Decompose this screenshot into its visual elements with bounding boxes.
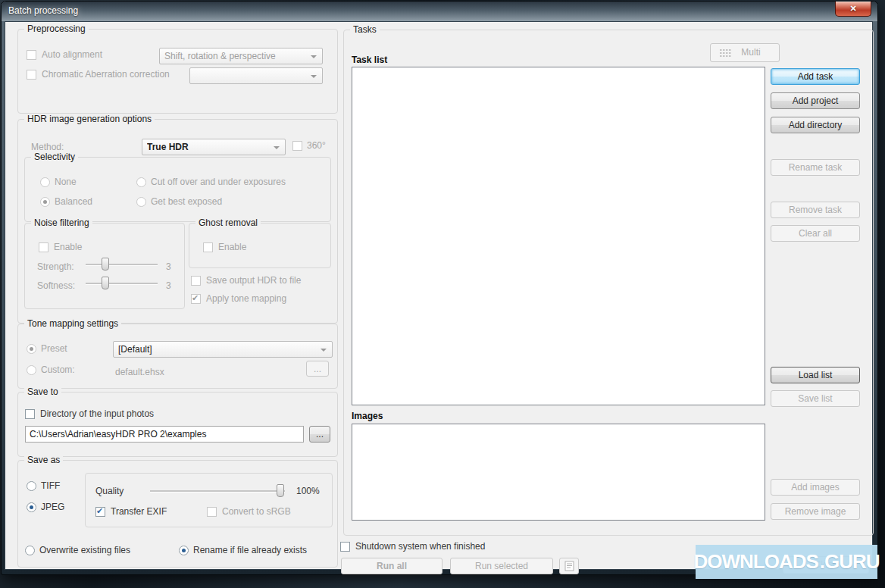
group-title: Selectivity: [31, 152, 78, 162]
selectivity-best-radio[interactable]: [136, 197, 146, 207]
document-icon: [564, 561, 574, 571]
chevron-down-icon: [311, 55, 317, 58]
downloads-guru-watermark: DOWNLOADS .GURU: [696, 545, 877, 579]
custom-label: Custom:: [41, 364, 75, 376]
browse-preset-button[interactable]: ...: [306, 361, 329, 377]
selectivity-cutoff-radio[interactable]: [136, 177, 146, 187]
apply-tone-mapping-checkbox[interactable]: [191, 294, 201, 304]
group-title: Noise filtering: [31, 217, 92, 228]
strength-slider[interactable]: [86, 257, 158, 272]
batch-processing-window: Batch processing ✕ Preprocessing Auto al…: [2, 2, 877, 574]
run-selected-button[interactable]: Run selected: [450, 558, 553, 574]
add-directory-button[interactable]: Add directory: [771, 117, 860, 133]
chromatic-aberration-checkbox[interactable]: [27, 70, 36, 80]
group-title: HDR image generation options: [24, 114, 155, 124]
quality-slider[interactable]: [150, 483, 285, 499]
multi-list-icon: [720, 48, 732, 58]
slider-track: [150, 490, 285, 493]
load-list-button[interactable]: Load list: [771, 367, 860, 383]
preset-radio[interactable]: [27, 344, 36, 354]
clear-all-button[interactable]: Clear all: [771, 225, 860, 242]
save-list-button[interactable]: Save list: [771, 390, 860, 407]
directory-input-photos-checkbox[interactable]: [25, 409, 35, 419]
softness-value: 3: [166, 280, 171, 292]
group-title: Save to: [24, 386, 61, 397]
jpeg-radio[interactable]: [27, 502, 36, 512]
auto-alignment-label: Auto alignment: [42, 49, 102, 61]
dialog-client-area: Preprocessing Auto alignment Shift, rota…: [5, 21, 873, 570]
group-title: Preprocessing: [24, 23, 89, 34]
method-dropdown[interactable]: True HDR: [142, 139, 286, 155]
rename-radio[interactable]: [179, 546, 189, 555]
watermark-text-right: .GURU: [820, 550, 880, 574]
tiff-label: TIFF: [41, 480, 60, 492]
group-noise-filtering: Noise filtering Enable Strength: 3 Softn…: [24, 223, 185, 309]
noise-enable-checkbox[interactable]: [39, 242, 48, 252]
group-hdr-options: HDR image generation options Method: Tru…: [17, 119, 338, 324]
chromatic-mode-dropdown[interactable]: [189, 67, 323, 84]
overwrite-label: Overwrite existing files: [39, 545, 130, 556]
pano-360-checkbox[interactable]: [292, 141, 302, 151]
slider-thumb[interactable]: [277, 484, 284, 497]
selectivity-none-radio[interactable]: [40, 177, 50, 187]
group-tone-mapping: Tone mapping settings Preset [Default] C…: [17, 324, 338, 389]
convert-srgb-checkbox[interactable]: [207, 507, 217, 517]
slider-thumb[interactable]: [102, 277, 109, 289]
preset-dropdown[interactable]: [Default]: [113, 341, 333, 358]
chevron-down-icon: [274, 146, 280, 149]
alignment-mode-dropdown[interactable]: Shift, rotation & perspective: [159, 48, 323, 64]
window-title: Batch processing: [8, 5, 78, 16]
strength-value: 3: [166, 261, 171, 273]
add-task-button[interactable]: Add task: [771, 68, 860, 85]
images-list-box[interactable]: [352, 424, 765, 521]
jpeg-options-panel: Quality 100% Transfer EXIF Convert to sR…: [85, 473, 333, 527]
multi-button[interactable]: Multi: [710, 43, 780, 62]
shutdown-label: Shutdown system when finished: [355, 541, 485, 552]
rename-label: Rename if file already exists: [193, 545, 307, 556]
output-path-input[interactable]: [25, 426, 304, 443]
slider-track: [86, 264, 158, 266]
close-window-button[interactable]: ✕: [835, 2, 871, 17]
chevron-down-icon: [311, 75, 317, 78]
transfer-exif-checkbox[interactable]: [95, 507, 105, 517]
title-bar[interactable]: Batch processing ✕: [2, 2, 877, 21]
group-ghost-removal: Ghost removal Enable: [189, 223, 331, 268]
custom-radio[interactable]: [27, 365, 36, 375]
images-heading: Images: [352, 411, 383, 422]
remove-image-button[interactable]: Remove image: [771, 503, 860, 520]
group-title: Tone mapping settings: [24, 318, 121, 329]
quality-label: Quality: [95, 486, 124, 497]
softness-slider[interactable]: [86, 276, 158, 291]
auto-alignment-checkbox[interactable]: [27, 50, 36, 60]
run-all-button[interactable]: Run all: [341, 558, 442, 574]
overwrite-radio[interactable]: [25, 546, 35, 555]
rename-task-button[interactable]: Rename task: [771, 159, 860, 176]
shutdown-checkbox[interactable]: [340, 542, 350, 552]
softness-label: Softness:: [37, 280, 75, 292]
tiff-radio[interactable]: [27, 481, 36, 491]
ghost-enable-checkbox[interactable]: [203, 242, 213, 252]
group-tasks: Tasks Multi Task list Add task Add proje…: [343, 30, 874, 536]
selectivity-balanced-radio[interactable]: [40, 197, 50, 207]
save-output-hdr-checkbox[interactable]: [191, 276, 201, 286]
log-button[interactable]: [559, 558, 579, 574]
directory-input-photos-label: Directory of the input photos: [40, 408, 154, 420]
add-images-button[interactable]: Add images: [771, 479, 860, 496]
group-title: Ghost removal: [195, 217, 261, 228]
task-list-box[interactable]: [352, 67, 765, 405]
custom-file-value: default.ehsx: [115, 367, 164, 378]
group-save-as: Save as TIFF JPEG Quality 100% Transfer …: [17, 460, 338, 568]
selectivity-best-label: Get best exposed: [151, 196, 222, 208]
browse-path-button[interactable]: ...: [309, 426, 330, 443]
apply-tone-mapping-label: Apply tone mapping: [206, 293, 286, 305]
add-project-button[interactable]: Add project: [771, 92, 860, 109]
watermark-text-left: DOWNLOADS: [693, 550, 818, 574]
preset-value: [Default]: [118, 344, 152, 355]
pano-360-label: 360°: [307, 140, 326, 152]
group-title: Tasks: [350, 24, 380, 35]
transfer-exif-label: Transfer EXIF: [111, 506, 167, 518]
group-save-to: Save to Directory of the input photos ..…: [17, 392, 338, 457]
close-icon: ✕: [849, 4, 856, 13]
remove-task-button[interactable]: Remove task: [771, 202, 860, 218]
slider-thumb[interactable]: [102, 258, 109, 271]
